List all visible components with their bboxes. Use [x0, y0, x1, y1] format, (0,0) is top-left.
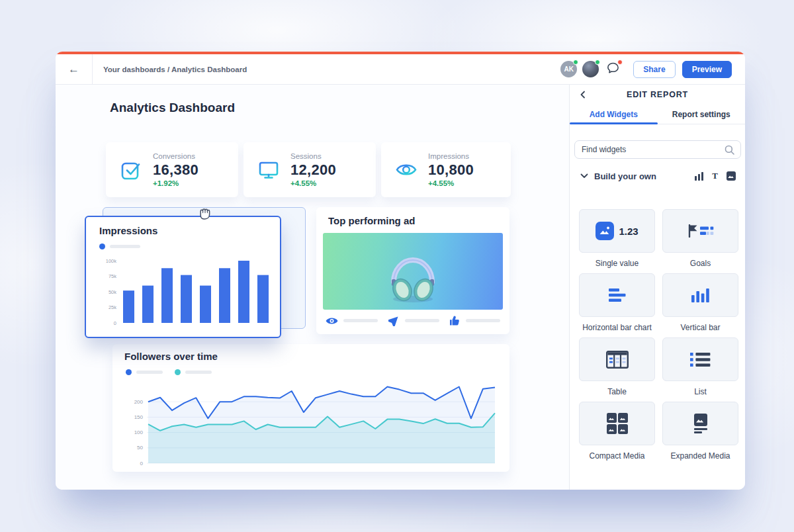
legend-dot: [126, 369, 132, 375]
legend-dot: [175, 369, 181, 375]
table-icon: [606, 351, 629, 369]
expanded-media-icon: [692, 414, 709, 434]
build-your-own-icons: T: [695, 171, 736, 181]
widget-tile-cell: Table: [579, 337, 655, 396]
goals-icon: [687, 224, 714, 238]
kpi-card-conversions[interactable]: Conversions 16,380 +1.92%: [106, 142, 238, 197]
legend-item: [126, 369, 163, 375]
svg-text:100k: 100k: [106, 258, 117, 264]
followers-widget[interactable]: Followers over time 0 50 100 150 200: [112, 344, 509, 472]
search-input[interactable]: [575, 145, 725, 154]
widget-tile-compact-media[interactable]: [579, 402, 655, 445]
widget-title: Impressions: [99, 225, 157, 236]
comments-button[interactable]: [604, 61, 621, 78]
legend-skeleton-bar: [110, 245, 140, 248]
kpi-card-impressions[interactable]: Impressions 10,800 +4.55%: [381, 142, 511, 197]
kpi-label: Sessions: [290, 152, 336, 160]
widget-tile-list[interactable]: [662, 337, 738, 381]
vbar-icon: [691, 288, 709, 302]
chevron-down-icon[interactable]: [580, 173, 588, 179]
legend-dot: [99, 244, 105, 249]
legend-item: [99, 244, 140, 249]
tile-label: Single value: [596, 259, 639, 268]
build-your-own-section: Build your own T: [580, 169, 736, 183]
svg-text:50: 50: [137, 445, 143, 451]
ad-stat: [326, 315, 378, 326]
compact-media-icon: [607, 413, 628, 434]
kpi-value: 10,800: [428, 161, 474, 179]
widget-tile-table[interactable]: [579, 337, 655, 381]
widget-tile-cell: Horizontal bar chart: [579, 273, 655, 332]
widget-tile-single-value[interactable]: 1.23: [579, 209, 655, 253]
top-performing-ad-widget[interactable]: Top performing ad: [316, 207, 509, 334]
svg-text:100: 100: [134, 429, 144, 435]
ad-stat: [388, 315, 439, 326]
build-your-own-label[interactable]: Build your own: [594, 171, 656, 181]
bar-chart-icon[interactable]: [695, 172, 703, 181]
chart-legend: [126, 369, 212, 375]
legend-item: [175, 369, 212, 375]
topbar-right-cluster: AK Share Preview: [555, 61, 745, 78]
widget-tile-cell: Expanded Media: [662, 402, 738, 461]
tile-label: Table: [607, 387, 627, 396]
hbar-icon: [609, 288, 626, 302]
kpi-card-sessions[interactable]: Sessions 12,200 +4.55%: [243, 142, 376, 197]
search-icon: [725, 145, 734, 155]
kpi-row: Conversions 16,380 +1.92% Sessions 12,20…: [106, 142, 511, 197]
widget-tile-goals[interactable]: [662, 209, 738, 253]
text-icon[interactable]: T: [712, 171, 718, 181]
tile-label: Horizontal bar chart: [582, 323, 652, 332]
legend-skeleton-bar: [136, 371, 163, 374]
widget-title: Followers over time: [124, 351, 218, 362]
kpi-value: 12,200: [290, 161, 336, 179]
impressions-bar-chart: 025k50k75k100k: [98, 255, 269, 331]
tile-label: Compact Media: [589, 451, 644, 461]
impressions-widget[interactable]: Impressions 025k50k75k100k: [85, 216, 281, 338]
stat-skeleton-bar: [466, 319, 500, 322]
tile-label: Vertical bar: [680, 323, 720, 332]
chart-legend: [99, 244, 140, 249]
kpi-delta: +1.92%: [153, 179, 198, 187]
legend-skeleton-bar: [185, 371, 212, 374]
avatar-initials[interactable]: AK: [560, 61, 577, 77]
widget-tile-cell: List: [662, 337, 738, 396]
breadcrumb: Your dashboards / Analytics Dashboard: [103, 66, 247, 73]
svg-text:25k: 25k: [109, 304, 116, 310]
widget-tile-grid: 1.23 Single value Goals Horizontal bar c…: [579, 209, 738, 461]
checkbox-icon: [119, 158, 143, 182]
app-window: ← Your dashboards / Analytics Dashboard …: [56, 52, 745, 490]
kpi-delta: +4.55%: [428, 179, 474, 187]
kpi-value: 16,380: [153, 161, 198, 179]
back-button[interactable]: ←: [56, 54, 93, 84]
eye-filled-icon: [326, 316, 338, 326]
tab-add-widgets[interactable]: Add Widgets: [570, 105, 658, 124]
svg-text:75k: 75k: [109, 273, 116, 279]
widget-tile-expanded-media[interactable]: [662, 402, 738, 445]
notification-dot: [617, 60, 623, 65]
svg-text:150: 150: [134, 414, 144, 420]
widget-tile-horizontal-bar-chart[interactable]: [579, 273, 655, 317]
avatar-photo[interactable]: [582, 61, 599, 77]
online-status-dot: [573, 60, 578, 65]
share-button[interactable]: Share: [633, 61, 675, 78]
app-body: Analytics Dashboard Conversions 16,380 +…: [56, 85, 745, 490]
followers-line-chart: 0 50 100 150 200: [124, 380, 498, 471]
stat-skeleton-bar: [343, 319, 378, 322]
back-arrow-icon: ←: [68, 63, 79, 76]
single-value-icon: [596, 222, 614, 240]
ad-stats-row: [326, 315, 500, 326]
svg-text:0: 0: [140, 461, 144, 466]
kpi-label: Impressions: [428, 152, 474, 160]
widget-tile-vertical-bar[interactable]: [662, 273, 738, 317]
widget-tile-cell: Goals: [662, 209, 738, 268]
widget-search: [574, 140, 741, 159]
tab-report-settings[interactable]: Report settings: [658, 105, 746, 124]
avatar-initials-text: AK: [564, 66, 574, 73]
tile-label: Expanded Media: [670, 451, 730, 461]
stat-skeleton-bar: [405, 319, 439, 322]
image-icon[interactable]: [727, 171, 736, 181]
headphones-illustration: [373, 241, 453, 310]
preview-button[interactable]: Preview: [682, 61, 732, 78]
send-arrow-icon: [388, 315, 400, 326]
collapse-panel-button[interactable]: [579, 90, 586, 102]
